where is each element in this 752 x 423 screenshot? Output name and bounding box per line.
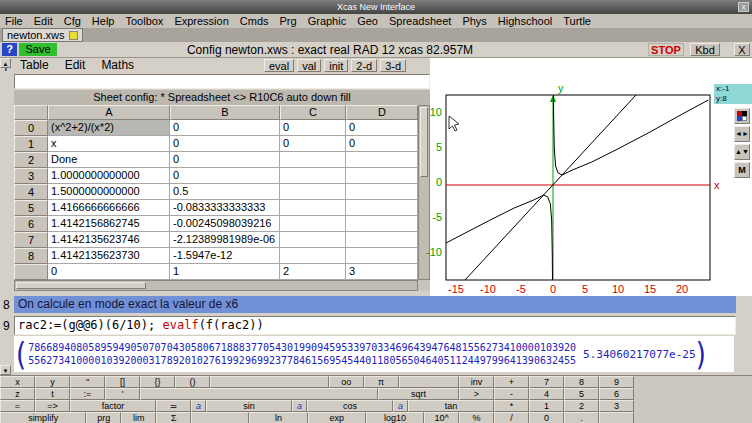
menubar-item[interactable]: Highschool <box>498 14 552 28</box>
entry-number-9[interactable]: 9 <box>3 319 10 333</box>
keyboard-key[interactable]: oo <box>329 376 364 388</box>
cell-a[interactable]: 1.5000000000000 <box>48 184 170 200</box>
keyboard-key[interactable]: - <box>494 388 529 400</box>
sheet-menu-item[interactable]: Maths <box>101 58 134 73</box>
row-number[interactable]: 8 <box>14 248 48 264</box>
keyboard-key[interactable]: 3 <box>599 400 634 412</box>
row-number[interactable]: 6 <box>14 216 48 232</box>
scroll-down-icon[interactable]: ▼ <box>0 365 11 375</box>
sheet-toolbar-button[interactable]: 3-d <box>380 59 406 72</box>
keyboard-key[interactable]: ln <box>249 412 307 423</box>
sheet-menu-item[interactable]: Table <box>20 58 49 73</box>
stop-button[interactable]: STOP <box>648 43 684 56</box>
keyboard-key[interactable]: a <box>191 400 206 412</box>
entry-number-8[interactable]: 8 <box>3 298 10 312</box>
menubar-item[interactable]: Help <box>92 14 115 28</box>
keyboard-key[interactable]: 9 <box>599 376 634 388</box>
menubar-item[interactable]: Prg <box>280 14 297 28</box>
sheet-corner-cell[interactable] <box>14 105 48 120</box>
keyboard-key[interactable]: tan <box>408 400 494 412</box>
cell-c[interactable]: 0 <box>280 120 346 136</box>
cell-a[interactable]: Done <box>48 152 170 168</box>
sheet-horizontal-scrollbar[interactable] <box>14 280 418 291</box>
window-close-icon[interactable]: X <box>738 2 749 12</box>
cell-a[interactable]: 1.0000000000000 <box>48 168 170 184</box>
menubar-item[interactable]: Phys <box>462 14 486 28</box>
keyboard-key[interactable]: + <box>494 376 529 388</box>
cell-a[interactable]: (x^2+2)/(x*2) <box>48 120 170 136</box>
keyboard-key[interactable]: 2 <box>564 400 599 412</box>
keyboard-key[interactable]: z <box>0 388 35 400</box>
graph-zoom-button[interactable]: ▲▼ <box>734 144 750 160</box>
row-number[interactable]: 2 <box>14 152 48 168</box>
column-header[interactable]: D <box>346 105 418 120</box>
keyboard-key[interactable]: = <box>0 400 35 412</box>
cell-b[interactable]: 0 <box>170 136 280 152</box>
keyboard-key[interactable] <box>210 376 329 388</box>
keyboard-key[interactable]: / <box>494 412 529 423</box>
keyboard-key[interactable]: > <box>459 388 494 400</box>
sheet-toolbar-button[interactable]: 2-d <box>351 59 377 72</box>
graph-menu-button[interactable]: M <box>734 162 750 178</box>
keyboard-key[interactable]: ≃ <box>156 400 191 412</box>
graph-pan-button[interactable]: ◄► <box>734 126 750 142</box>
keyboard-key[interactable] <box>140 388 378 400</box>
keyboard-key[interactable]: 7 <box>529 376 564 388</box>
cell-d[interactable] <box>346 216 418 232</box>
cell-c[interactable] <box>280 216 346 232</box>
cell-c[interactable] <box>280 152 346 168</box>
cell-b[interactable]: 1 <box>170 264 280 280</box>
keyboard-key[interactable]: log10 <box>366 412 424 423</box>
menubar-item[interactable]: Edit <box>34 14 53 28</box>
cell-b[interactable]: 0.5 <box>170 184 280 200</box>
command-input[interactable]: rac2:=(g@@6)(6/10); evalf(f(rac2)) <box>14 316 736 335</box>
keyboard-key[interactable]: cos <box>307 400 393 412</box>
cell-b[interactable]: -1.5947e-12 <box>170 248 280 264</box>
keyboard-key[interactable]: 10^ <box>424 412 459 423</box>
keyboard-key[interactable]: => <box>35 400 70 412</box>
menubar-item[interactable]: Turtle <box>563 14 591 28</box>
cell-d[interactable]: 3 <box>346 264 418 280</box>
keyboard-key[interactable]: simplify <box>0 412 86 423</box>
keyboard-key[interactable]: prg <box>86 412 121 423</box>
cell-c[interactable] <box>280 232 346 248</box>
cell-a[interactable]: 1.4142135623746 <box>48 232 170 248</box>
keyboard-key[interactable]: * <box>494 400 529 412</box>
cell-d[interactable] <box>346 232 418 248</box>
keyboard-key[interactable]: factor <box>70 400 156 412</box>
keyboard-key[interactable]: 1 <box>529 400 564 412</box>
keyboard-key[interactable]: 0 <box>529 412 564 423</box>
keyboard-key[interactable]: () <box>175 376 210 388</box>
menubar-item[interactable]: Graphic <box>308 14 347 28</box>
keyboard-key[interactable]: 5 <box>564 388 599 400</box>
result-output[interactable]: ( 78668940805895949050707043058067188837… <box>14 336 734 372</box>
row-number[interactable]: 4 <box>14 184 48 200</box>
keyboard-key[interactable]: a <box>292 400 307 412</box>
cell-c[interactable] <box>280 168 346 184</box>
cell-d[interactable] <box>346 184 418 200</box>
cell-a[interactable]: 1.4166666666666 <box>48 200 170 216</box>
keyboard-key[interactable]: 8 <box>564 376 599 388</box>
menubar-item[interactable]: Toolbox <box>125 14 163 28</box>
cell-a[interactable]: x <box>48 136 170 152</box>
sheet-toolbar-button[interactable]: val <box>297 59 321 72</box>
keyboard-key[interactable]: [] <box>105 376 140 388</box>
tab-newton-xws[interactable]: newton.xws <box>2 28 83 42</box>
cell-a[interactable]: 1.4142135623730 <box>48 248 170 264</box>
graph-plot[interactable]: y x <box>430 58 752 296</box>
config-status-text[interactable]: Config newton.xws : exact real RAD 12 xc… <box>120 43 540 57</box>
cell-c[interactable]: 2 <box>280 264 346 280</box>
cell-c[interactable]: 0 <box>280 136 346 152</box>
row-number[interactable]: 5 <box>14 200 48 216</box>
cell-d[interactable]: 0 <box>346 120 418 136</box>
cell-d[interactable] <box>346 168 418 184</box>
cell-c[interactable] <box>280 184 346 200</box>
keyboard-key[interactable]: sqrt <box>378 388 459 400</box>
keyboard-key[interactable]: inv <box>459 376 494 388</box>
keyboard-key[interactable]: exp <box>308 412 366 423</box>
keyboard-key[interactable]: 4 <box>529 388 564 400</box>
menubar-item[interactable]: Cfg <box>64 14 81 28</box>
cell-a[interactable]: 0 <box>48 264 170 280</box>
keyboard-key[interactable] <box>399 376 459 388</box>
keyboard-key[interactable]: 6 <box>599 388 634 400</box>
